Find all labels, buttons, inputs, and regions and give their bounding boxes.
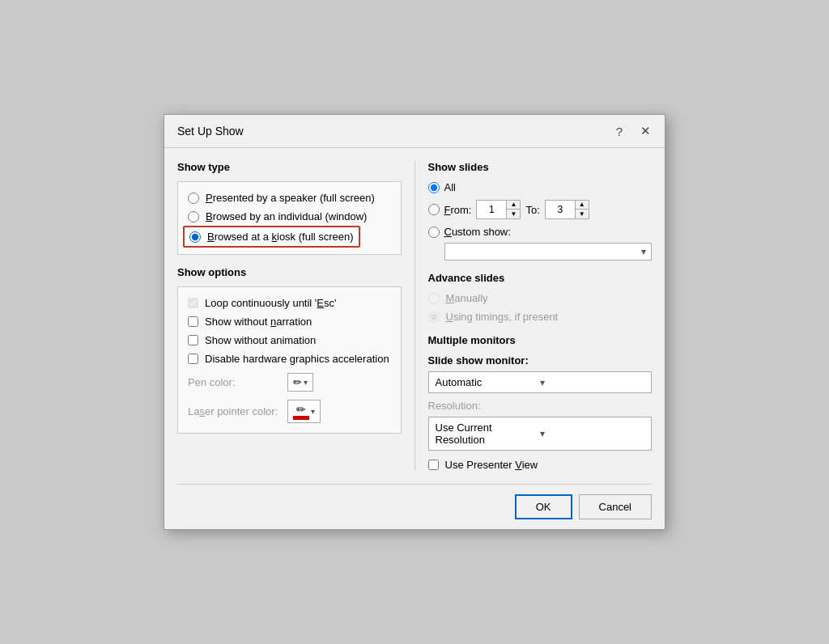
- advance-slides-title: Advance slides: [428, 272, 653, 284]
- to-value-input[interactable]: [546, 201, 575, 218]
- resolution-label: Resolution:: [428, 400, 653, 412]
- titlebar: Set Up Show ? ✕: [164, 115, 665, 148]
- from-arrows: ▲ ▼: [506, 201, 520, 218]
- slides-from-radio[interactable]: [428, 204, 440, 215]
- radio-individual-label: Browsed by an individual (window): [206, 210, 367, 222]
- laser-color-swatch: [293, 416, 309, 420]
- chk-narration-input[interactable]: [188, 316, 198, 327]
- chk-loop-label: Loop continuously until 'Esc': [205, 297, 337, 309]
- to-up-btn[interactable]: ▲: [576, 201, 589, 210]
- chk-animation[interactable]: Show without animation: [188, 334, 391, 346]
- advance-timings-label: Using timings, if present: [446, 311, 559, 323]
- ok-button[interactable]: OK: [515, 494, 572, 519]
- multiple-monitors-title: Multiple monitors: [428, 334, 653, 346]
- custom-dropdown-arrow: ▾: [641, 246, 646, 257]
- radio-individual-input[interactable]: [188, 211, 199, 222]
- custom-show-input[interactable]: [450, 246, 642, 257]
- show-options-title: Show options: [177, 266, 402, 278]
- show-options-checkboxes: Loop continuously until 'Esc' Show witho…: [188, 297, 391, 365]
- from-up-btn[interactable]: ▲: [507, 201, 520, 210]
- laser-icon: ✏: [296, 403, 306, 416]
- laser-dropdown-arrow: ▾: [311, 407, 315, 416]
- dialog-title: Set Up Show: [177, 125, 244, 138]
- advance-manually-label: Manually: [446, 292, 488, 304]
- laser-color-row: Laser pointer color: ✏ ▾: [188, 400, 391, 423]
- to-down-btn[interactable]: ▼: [576, 210, 589, 218]
- radio-speaker[interactable]: Presented by a speaker (full screen): [188, 192, 391, 204]
- slides-from-label: From:: [444, 204, 472, 216]
- to-spinner[interactable]: ▲ ▼: [545, 200, 589, 219]
- chk-narration[interactable]: Show without narration: [188, 316, 391, 328]
- slides-custom-label: Custom show:: [444, 226, 511, 238]
- resolution-value: Use Current Resolution: [436, 422, 540, 446]
- chk-animation-input[interactable]: [188, 335, 198, 345]
- chk-hardware-label: Disable hardware graphics acceleration: [205, 353, 389, 365]
- radio-kiosk-label: Browsed at a kiosk (full screen): [207, 231, 354, 243]
- monitor-label: Slide show monitor:: [428, 354, 653, 366]
- left-panel: Show type Presented by a speaker (full s…: [177, 161, 414, 471]
- chk-loop[interactable]: Loop continuously until 'Esc': [188, 297, 391, 309]
- custom-show-dropdown[interactable]: ▾: [444, 243, 653, 261]
- advance-manually-radio[interactable]: [428, 293, 440, 304]
- advance-timings-radio[interactable]: [428, 311, 440, 323]
- radio-individual[interactable]: Browsed by an individual (window): [188, 210, 391, 222]
- titlebar-controls: ? ✕: [610, 121, 655, 141]
- presenter-view-label[interactable]: Use Presenter View: [445, 459, 538, 471]
- pen-dropdown-arrow: ▾: [304, 378, 308, 387]
- chk-hardware[interactable]: Disable hardware graphics acceleration: [188, 353, 391, 365]
- close-button[interactable]: ✕: [636, 121, 655, 141]
- pen-color-button[interactable]: ✏ ▾: [287, 373, 313, 392]
- from-value-input[interactable]: [477, 201, 506, 218]
- chk-loop-input[interactable]: [188, 298, 198, 308]
- advance-timings[interactable]: Using timings, if present: [428, 311, 653, 323]
- show-type-title: Show type: [177, 161, 402, 173]
- to-arrows: ▲ ▼: [575, 201, 589, 218]
- right-panel: Show slides All From: ▲ ▼: [414, 161, 653, 471]
- presenter-view-checkbox[interactable]: [428, 460, 439, 470]
- advance-radio-group: Manually Using timings, if present: [428, 292, 653, 323]
- radio-kiosk[interactable]: Browsed at a kiosk (full screen): [188, 229, 391, 244]
- laser-color-button[interactable]: ✏ ▾: [287, 400, 321, 423]
- dialog-footer: OK Cancel: [164, 485, 665, 529]
- show-options-box: Loop continuously until 'Esc' Show witho…: [177, 286, 402, 434]
- resolution-dropdown-arrow: ▾: [540, 428, 644, 439]
- show-type-options: Presented by a speaker (full screen) Bro…: [188, 192, 391, 244]
- radio-speaker-input[interactable]: [188, 193, 199, 204]
- show-type-box: Presented by a speaker (full screen) Bro…: [177, 181, 402, 255]
- slides-from-row: From: ▲ ▼ To: ▲ ▼: [428, 200, 653, 219]
- radio-speaker-label: Presented by a speaker (full screen): [206, 192, 375, 204]
- help-button[interactable]: ?: [610, 121, 629, 141]
- slides-custom-radio[interactable]: [428, 227, 440, 238]
- monitor-dropdown[interactable]: Automatic ▾: [428, 371, 653, 393]
- show-slides-title: Show slides: [428, 161, 653, 173]
- chk-animation-label: Show without animation: [205, 334, 316, 346]
- dialog-body: Show type Presented by a speaker (full s…: [164, 148, 665, 484]
- from-down-btn[interactable]: ▼: [507, 210, 520, 218]
- radio-kiosk-input[interactable]: [189, 231, 201, 243]
- slides-custom-row: Custom show:: [428, 226, 653, 238]
- laser-color-label: Laser pointer color:: [188, 405, 281, 417]
- monitor-dropdown-arrow: ▾: [540, 377, 644, 388]
- advance-slides-section: Manually Using timings, if present: [428, 292, 653, 323]
- setup-show-dialog: Set Up Show ? ✕ Show type Presented by a…: [164, 114, 665, 530]
- cancel-button[interactable]: Cancel: [579, 494, 652, 519]
- advance-manually[interactable]: Manually: [428, 292, 653, 304]
- chk-narration-label: Show without narration: [205, 316, 312, 328]
- pen-icon: ✏: [293, 376, 302, 388]
- presenter-view-row: Use Presenter View: [428, 459, 653, 471]
- slides-all-radio[interactable]: [428, 182, 440, 193]
- slides-all-label[interactable]: All: [444, 181, 456, 193]
- multiple-monitors-section: Slide show monitor: Automatic ▾ Resoluti…: [428, 354, 653, 471]
- pen-color-row: Pen color: ✏ ▾: [188, 373, 391, 392]
- monitor-value: Automatic: [436, 376, 540, 388]
- chk-hardware-input[interactable]: [188, 354, 198, 364]
- slides-to-label: To:: [525, 204, 539, 216]
- from-spinner[interactable]: ▲ ▼: [476, 200, 521, 219]
- pen-color-label: Pen color:: [188, 376, 281, 388]
- show-slides-section: All From: ▲ ▼ To:: [428, 181, 653, 261]
- resolution-dropdown[interactable]: Use Current Resolution ▾: [428, 417, 653, 451]
- slides-all-row: All: [428, 181, 653, 193]
